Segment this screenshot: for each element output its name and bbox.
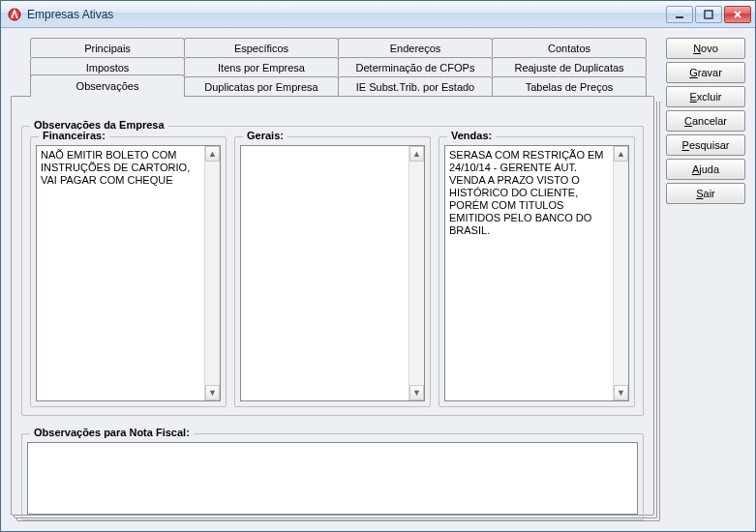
- svg-rect-2: [705, 11, 712, 18]
- gravar-button[interactable]: Gravar: [666, 62, 745, 83]
- tab-row-1: Principais Específicos Endereços Contato…: [30, 38, 647, 57]
- client-area: Principais Específicos Endereços Contato…: [1, 28, 755, 531]
- group-obs-nota-fiscal: Observações para Nota Fiscal:: [21, 433, 644, 520]
- group-obs-nf-label: Observações para Nota Fiscal:: [30, 427, 194, 438]
- textarea-gerais[interactable]: [241, 146, 408, 400]
- scroll-up-icon[interactable]: ▲: [614, 146, 628, 162]
- group-financeiras: Financeiras: NAÕ EMITIR BOLETO COM INSTR…: [30, 136, 227, 407]
- window-frame: Empresas Ativas Principais Específicos E…: [0, 0, 756, 532]
- action-sidebar: Novo Gravar Excluir Cancelar Pesquisar A…: [666, 38, 745, 521]
- tab-ie-subst-trib[interactable]: IE Subst.Trib. por Estado: [338, 76, 493, 96]
- scrollbar-gerais[interactable]: ▲ ▼: [408, 146, 424, 400]
- close-button[interactable]: [724, 6, 751, 23]
- tab-tabelas-precos[interactable]: Tabelas de Preços: [492, 76, 647, 96]
- tab-headers: Principais Específicos Endereços Contato…: [30, 38, 647, 96]
- tab-reajuste-duplicatas[interactable]: Reajuste de Duplicatas: [492, 57, 647, 76]
- scroll-down-icon[interactable]: ▼: [614, 385, 628, 400]
- window-controls: [666, 6, 751, 23]
- window-title: Empresas Ativas: [27, 8, 666, 21]
- minimize-button[interactable]: [666, 6, 693, 23]
- scroll-down-icon[interactable]: ▼: [205, 385, 220, 400]
- tab-determinacao-cfops[interactable]: Determinação de CFOPs: [338, 57, 493, 76]
- textarea-gerais-wrap: ▲ ▼: [240, 145, 425, 401]
- tab-itens-por-empresa[interactable]: Itens por Empresa: [184, 57, 339, 76]
- scroll-up-icon[interactable]: ▲: [409, 146, 424, 162]
- label-financeiras: Financeiras:: [39, 130, 109, 141]
- tab-observacoes[interactable]: Observações: [30, 74, 185, 96]
- scrollbar-vendas[interactable]: ▲ ▼: [613, 146, 628, 400]
- titlebar: Empresas Ativas: [1, 1, 755, 28]
- tab-row-2: Impostos Itens por Empresa Determinação …: [30, 57, 647, 76]
- tab-especificos[interactable]: Específicos: [184, 38, 339, 57]
- excluir-button[interactable]: Excluir: [666, 86, 745, 107]
- tab-enderecos[interactable]: Endereços: [338, 38, 493, 57]
- group-obs-empresa: Observações da Empresa Financeiras: NAÕ …: [21, 126, 644, 416]
- maximize-button[interactable]: [695, 6, 722, 23]
- pesquisar-button[interactable]: Pesquisar: [666, 134, 745, 156]
- textarea-nota-fiscal[interactable]: [27, 442, 638, 515]
- tab-content: Observações da Empresa Financeiras: NAÕ …: [11, 96, 654, 516]
- label-gerais: Gerais:: [243, 130, 287, 141]
- textarea-financeiras-wrap: NAÕ EMITIR BOLETO COM INSTRUÇÕES DE CART…: [36, 145, 221, 401]
- scrollbar-financeiras[interactable]: ▲ ▼: [204, 146, 220, 400]
- ajuda-button[interactable]: Ajuda: [666, 159, 745, 180]
- label-vendas: Vendas:: [447, 130, 496, 141]
- group-gerais: Gerais: ▲ ▼: [234, 136, 431, 407]
- svg-rect-1: [676, 16, 683, 18]
- novo-button[interactable]: Novo: [666, 38, 745, 59]
- scroll-down-icon[interactable]: ▼: [409, 385, 424, 400]
- tab-principais[interactable]: Principais: [30, 38, 185, 57]
- tab-duplicatas-por-empresa[interactable]: Duplicatas por Empresa: [184, 76, 339, 96]
- scroll-track[interactable]: [614, 162, 628, 385]
- cancelar-button[interactable]: Cancelar: [666, 110, 745, 132]
- observacoes-panel: Observações da Empresa Financeiras: NAÕ …: [21, 126, 644, 505]
- scroll-track[interactable]: [409, 162, 424, 385]
- scroll-up-icon[interactable]: ▲: [205, 146, 220, 162]
- textarea-vendas[interactable]: SERASA COM RESTRIÇÃO EM 24/10/14 - GEREN…: [445, 146, 613, 400]
- tab-row-3: Observações Duplicatas por Empresa IE Su…: [30, 76, 647, 96]
- textarea-financeiras[interactable]: NAÕ EMITIR BOLETO COM INSTRUÇÕES DE CART…: [37, 146, 204, 400]
- textarea-vendas-wrap: SERASA COM RESTRIÇÃO EM 24/10/14 - GEREN…: [444, 145, 629, 401]
- sair-button[interactable]: Sair: [666, 183, 745, 204]
- tab-contatos[interactable]: Contatos: [492, 38, 647, 57]
- group-vendas: Vendas: SERASA COM RESTRIÇÃO EM 24/10/14…: [438, 136, 635, 407]
- scroll-track[interactable]: [205, 162, 220, 385]
- tab-impostos[interactable]: Impostos: [30, 57, 185, 76]
- app-icon: [7, 7, 22, 22]
- tab-control: Principais Específicos Endereços Contato…: [11, 38, 660, 521]
